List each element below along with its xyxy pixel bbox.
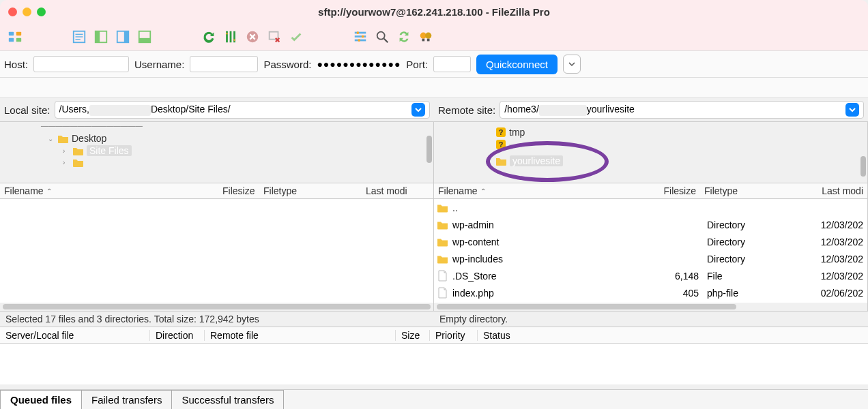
local-tree[interactable]: ────────────── ⌄Desktop ›Site Files › bbox=[0, 122, 434, 183]
svg-rect-1 bbox=[9, 38, 14, 42]
reconnect-button[interactable] bbox=[287, 27, 306, 46]
toggle-log-button[interactable] bbox=[70, 27, 89, 46]
file-type: Directory bbox=[703, 219, 771, 230]
cancel-button[interactable] bbox=[243, 27, 262, 46]
window-title: sftp://yourwow7@162.241.218.100 - FileZi… bbox=[0, 6, 868, 18]
remote-tree[interactable]: ?tmp ?─── yourlivesite bbox=[434, 122, 868, 183]
username-input[interactable] bbox=[190, 56, 258, 72]
col-filesize[interactable]: Filesize bbox=[639, 185, 700, 196]
col-status[interactable]: Status bbox=[478, 330, 868, 341]
site-manager-button[interactable] bbox=[5, 27, 25, 46]
disconnect-button[interactable] bbox=[265, 27, 284, 46]
remote-site-path: /home3/yourlivesite bbox=[504, 104, 841, 115]
folder-icon bbox=[437, 236, 448, 247]
svg-rect-13 bbox=[139, 38, 151, 42]
remote-file-rows[interactable]: ..wp-adminDirectory12/03/202wp-contentDi… bbox=[434, 199, 867, 303]
tab-failed-transfers[interactable]: Failed transfers bbox=[81, 390, 172, 409]
svg-point-20 bbox=[362, 35, 364, 38]
file-name: wp-content bbox=[452, 237, 499, 247]
sort-asc-icon: ⌃ bbox=[480, 187, 486, 195]
file-row[interactable]: wp-contentDirectory12/03/202 bbox=[434, 233, 867, 250]
chevron-right-icon[interactable]: › bbox=[63, 159, 70, 166]
col-direction[interactable]: Direction bbox=[150, 330, 205, 341]
chevron-right-icon[interactable]: › bbox=[63, 147, 70, 155]
col-filesize[interactable]: Filesize bbox=[218, 185, 259, 196]
quickconnect-dropdown[interactable] bbox=[563, 55, 581, 74]
col-filetype[interactable]: Filetype bbox=[259, 185, 362, 196]
refresh-button[interactable] bbox=[199, 27, 218, 46]
bottom-tabs: Queued files Failed transfers Successful… bbox=[0, 389, 868, 409]
file-row[interactable]: wp-adminDirectory12/03/202 bbox=[434, 216, 867, 233]
tree-item-site-files[interactable]: Site Files bbox=[87, 145, 132, 156]
host-input[interactable] bbox=[33, 56, 129, 72]
folder-icon bbox=[57, 134, 69, 143]
svg-line-23 bbox=[384, 39, 388, 43]
tree-item-desktop[interactable]: Desktop bbox=[72, 133, 106, 144]
svg-rect-27 bbox=[427, 39, 430, 42]
tree-item-tmp[interactable]: tmp bbox=[509, 127, 525, 138]
message-log bbox=[0, 78, 868, 98]
file-date: 12/03/202 bbox=[771, 237, 867, 247]
col-modified[interactable]: Last modi bbox=[362, 185, 433, 196]
tree-item-yourlivesite[interactable]: yourlivesite bbox=[510, 155, 563, 166]
file-date: 12/03/202 bbox=[771, 271, 867, 282]
remote-site-label: Remote site: bbox=[438, 104, 495, 116]
file-type: php-file bbox=[703, 288, 771, 299]
local-hscroll[interactable] bbox=[0, 303, 433, 311]
sync-button[interactable] bbox=[394, 27, 414, 46]
sort-asc-icon: ⌃ bbox=[46, 187, 52, 195]
tab-successful-transfers[interactable]: Successful transfers bbox=[171, 390, 284, 409]
filter-button[interactable] bbox=[351, 27, 370, 46]
file-row[interactable]: .. bbox=[434, 199, 867, 216]
file-row[interactable]: index.php405php-file02/06/202 bbox=[434, 284, 867, 301]
tree-item-unknown[interactable]: ─── bbox=[509, 139, 530, 150]
col-priority[interactable]: Priority bbox=[430, 330, 478, 341]
port-input[interactable] bbox=[433, 56, 471, 72]
remote-site-dropdown[interactable] bbox=[845, 103, 859, 117]
toggle-remote-tree-button[interactable] bbox=[113, 27, 132, 46]
queue-columns: Server/Local file Direction Remote file … bbox=[0, 327, 868, 344]
tab-queued-files[interactable]: Queued files bbox=[0, 390, 82, 409]
col-server[interactable]: Server/Local file bbox=[0, 330, 150, 341]
unknown-folder-icon: ? bbox=[495, 127, 506, 138]
quickconnect-button[interactable]: Quickconnect bbox=[476, 55, 558, 74]
process-queue-button[interactable] bbox=[221, 27, 240, 46]
file-name: .. bbox=[452, 202, 458, 213]
queue-body[interactable] bbox=[0, 344, 868, 384]
local-site-path: /Users,Desktop/Site Files/ bbox=[59, 104, 407, 115]
search-button[interactable] bbox=[373, 27, 392, 46]
local-site-dropdown[interactable] bbox=[411, 103, 425, 117]
remote-hscroll[interactable] bbox=[434, 303, 867, 311]
col-remote[interactable]: Remote file bbox=[205, 330, 396, 341]
col-size[interactable]: Size bbox=[396, 330, 430, 341]
svg-rect-26 bbox=[422, 39, 425, 42]
scrollbar[interactable] bbox=[860, 156, 866, 177]
file-row[interactable]: wp-includesDirectory12/03/202 bbox=[434, 250, 867, 267]
remote-file-list[interactable]: Filename⌃ Filesize Filetype Last modi ..… bbox=[434, 183, 868, 311]
file-type: Directory bbox=[703, 254, 771, 264]
local-file-rows[interactable] bbox=[0, 199, 433, 303]
chevron-down-icon[interactable]: ⌄ bbox=[48, 135, 55, 142]
toggle-queue-button[interactable] bbox=[135, 27, 154, 46]
toggle-local-tree-button[interactable] bbox=[91, 27, 111, 46]
svg-rect-2 bbox=[16, 32, 21, 36]
col-filename[interactable]: Filename⌃ bbox=[0, 185, 218, 196]
folder-icon bbox=[437, 219, 448, 230]
local-site-label: Local site: bbox=[4, 104, 50, 116]
local-file-list[interactable]: Filename⌃ Filesize Filetype Last modi bbox=[0, 183, 434, 311]
remote-site-field[interactable]: /home3/yourlivesite bbox=[500, 101, 864, 119]
file-row[interactable]: .DS_Store6,148File12/03/202 bbox=[434, 267, 867, 284]
svg-rect-3 bbox=[16, 38, 21, 42]
col-filename[interactable]: Filename⌃ bbox=[434, 185, 639, 196]
svg-point-25 bbox=[425, 33, 431, 39]
local-site-field[interactable]: /Users,Desktop/Site Files/ bbox=[55, 101, 430, 119]
folder-icon bbox=[72, 146, 84, 155]
col-filetype[interactable]: Filetype bbox=[700, 185, 768, 196]
file-name: wp-admin bbox=[452, 219, 494, 230]
scrollbar[interactable] bbox=[426, 136, 432, 163]
col-modified[interactable]: Last modi bbox=[768, 185, 867, 196]
file-lists: Filename⌃ Filesize Filetype Last modi Fi… bbox=[0, 183, 868, 311]
folder-icon bbox=[437, 202, 448, 213]
compare-button[interactable] bbox=[416, 27, 435, 46]
password-input[interactable]: ●●●●●●●●●●●●● bbox=[317, 59, 401, 70]
